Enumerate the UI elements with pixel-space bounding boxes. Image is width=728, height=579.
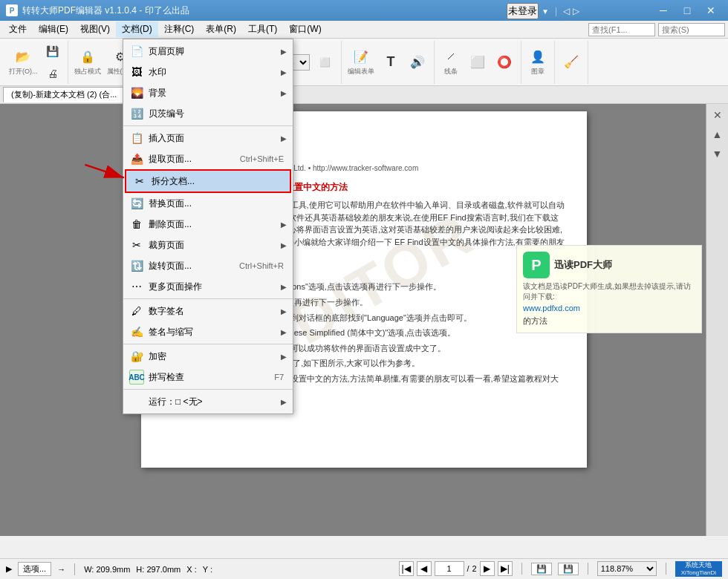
run-icon <box>129 394 144 409</box>
menu-document[interactable]: 文档(D) <box>116 22 158 37</box>
page-navigation: |◀ ◀ / 2 ▶ ▶| <box>399 561 513 576</box>
status-x: X : <box>186 565 196 574</box>
menu-item-bates[interactable]: 🔢 贝茨编号 <box>123 103 293 124</box>
info-description: 该文档是迅读PDF大师生成,如果想去掉该提示,请访问并下载: <box>523 281 695 302</box>
menu-file[interactable]: 文件 <box>3 22 33 37</box>
menu-edit[interactable]: 编辑(E) <box>33 22 74 37</box>
status-zoom-select[interactable]: 118.87% <box>597 561 657 576</box>
login-button[interactable]: 未登录 <box>507 3 539 19</box>
status-height: H: 297.0mm <box>136 565 181 574</box>
close-button[interactable]: ✕ <box>700 3 722 18</box>
toolbar-oval-btn[interactable]: ⭕ <box>491 52 518 73</box>
status-options-button[interactable]: 选项... <box>18 562 51 576</box>
menu-item-run[interactable]: 运行：□ <无> <box>123 391 293 412</box>
toolbar-exclusive-mode-btn[interactable]: 🔒 独占模式 <box>71 46 104 78</box>
status-sep2 <box>521 563 522 575</box>
status-sep3 <box>588 563 588 575</box>
toolbar-open-btn[interactable]: 📂 打开(O)... <box>6 46 41 78</box>
panel-scroll-up-btn[interactable]: ▲ <box>709 126 726 143</box>
replace-page-label: 替换页面... <box>149 197 284 210</box>
oval-icon: ⭕ <box>495 53 513 71</box>
watermark-logo[interactable]: 系统天地 XiTongTianDi <box>675 561 722 576</box>
lock-icon: 🔒 <box>79 48 97 65</box>
extract-page-label: 提取页面... <box>149 153 228 166</box>
menu-item-delete-page[interactable]: 🗑 删除页面... <box>123 214 293 235</box>
minimize-button[interactable]: ─ <box>652 3 675 18</box>
menu-item-header-footer[interactable]: 📄 页眉页脚 <box>123 41 293 62</box>
menu-item-sign-seal[interactable]: ✍ 签名与缩写 <box>123 321 293 342</box>
panel-close-btn[interactable]: ✕ <box>709 107 726 123</box>
menu-item-more-page-ops[interactable]: ⋯ 更多页面操作 <box>123 276 293 297</box>
insert-page-icon: 📋 <box>129 131 144 145</box>
zoom-fit-icon: ⬜ <box>316 53 334 71</box>
toolbar-line-btn[interactable]: ⟋ 线条 <box>438 46 464 78</box>
menu-tools[interactable]: 工具(T) <box>242 22 283 37</box>
menu-item-encrypt[interactable]: 🔐 加密 <box>123 346 293 367</box>
status-right: |◀ ◀ / 2 ▶ ▶| 💾 💾 118.87% 系统天地 XiTongTia… <box>399 561 722 576</box>
sign-seal-label: 签名与缩写 <box>149 326 284 338</box>
menu-item-extract-page[interactable]: 📤 提取页面... Ctrl+Shift+E <box>123 148 293 169</box>
toolbar-zoom-fit-btn[interactable]: ⬜ <box>311 52 338 73</box>
title-bar: P 转转大师PDF编辑器 v1.1.0.4 - 印了么出品 未登录 ▼ | ◁ … <box>0 0 728 21</box>
menu-item-crop-page[interactable]: ✂ 裁剪页面 <box>123 235 293 255</box>
status-save2-btn[interactable]: 💾 <box>558 563 579 575</box>
editform-label: 编辑表单 <box>348 67 374 76</box>
tab-document[interactable]: (复制)-新建文本文档 (2) (合... <box>3 87 125 102</box>
menu-item-rotate-page[interactable]: 🔃 旋转页面... Ctrl+Shift+R <box>123 255 293 276</box>
menu-view[interactable]: 视图(V) <box>74 22 116 37</box>
page-total: 2 <box>472 564 477 573</box>
menu-annotate[interactable]: 注释(C) <box>158 22 201 37</box>
toolbar-save-btn[interactable]: 💾 <box>41 41 65 62</box>
watermark-label: 水印 <box>149 66 284 79</box>
rotate-page-shortcut: Ctrl+Shift+R <box>239 261 284 270</box>
toolbar-erase-btn[interactable]: 🧹 <box>558 52 585 73</box>
toolbar-user-btn[interactable]: 👤 图章 <box>524 46 551 78</box>
run-label: 运行：□ <无> <box>149 396 284 408</box>
app-name-label: 迅读PDF大师 <box>554 258 612 272</box>
app-logo: P 迅读PDF大师 <box>523 252 695 278</box>
header-footer-icon: 📄 <box>129 44 144 59</box>
menu-item-insert-page[interactable]: 📋 插入页面 <box>123 128 293 148</box>
print-icon: 🖨 <box>44 65 62 82</box>
watermark-site2-label: XiTongTianDi <box>681 569 716 577</box>
nav-icon2[interactable]: ▷ <box>573 6 579 16</box>
more-ops-icon: ⋯ <box>129 279 144 294</box>
menu-bar: 文件 编辑(E) 视图(V) 文档(D) 注释(C) 表单(R) 工具(T) 窗… <box>0 21 728 39</box>
page-next-btn[interactable]: ▶ <box>480 561 495 576</box>
toolbar-group-draw: ⟋ 线条 ⬜ ⭕ <box>435 41 521 84</box>
menu-search2-input[interactable] <box>658 23 725 36</box>
folder-open-icon: 📂 <box>14 48 32 65</box>
toolbar-rect-btn[interactable]: ⬜ <box>464 52 491 73</box>
spell-check-shortcut: F7 <box>274 373 284 382</box>
menu-item-spell-check[interactable]: ABC 拼写检查 F7 <box>123 367 293 387</box>
toolbar-print-btn[interactable]: 🖨 <box>41 63 65 84</box>
app-title: 转转大师PDF编辑器 v1.1.0.4 - 印了么出品 <box>22 4 189 17</box>
menu-item-replace-page[interactable]: 🔄 替换页面... <box>123 193 293 214</box>
menu-item-split-doc[interactable]: ✂ 拆分文档... <box>125 169 291 193</box>
toolbar-audio-btn[interactable]: 🔊 <box>404 52 431 73</box>
digital-sig-label: 数字签名 <box>149 305 284 318</box>
status-select-btn[interactable]: ▶ <box>6 564 12 574</box>
menu-form[interactable]: 表单(R) <box>200 22 242 37</box>
status-save-btn[interactable]: 💾 <box>531 563 552 575</box>
maximize-button[interactable]: □ <box>676 3 698 18</box>
page-last-btn[interactable]: ▶| <box>498 561 513 576</box>
nav-icon1[interactable]: ◁ <box>563 6 570 16</box>
menu-item-watermark[interactable]: 🖼 水印 <box>123 62 293 82</box>
rect-icon: ⬜ <box>469 53 487 71</box>
page-first-btn[interactable]: |◀ <box>399 561 414 576</box>
toolbar-editform-btn[interactable]: 📝 编辑表单 <box>345 46 377 78</box>
sep2 <box>123 298 293 299</box>
info-url[interactable]: www.pdfxd.com <box>523 302 695 315</box>
tab-bar: (复制)-新建文本文档 (2) (合... ✕ <box>0 86 728 104</box>
login-arrow[interactable]: ▼ <box>542 7 549 16</box>
menu-item-background[interactable]: 🌄 背景 <box>123 82 293 103</box>
audio-icon: 🔊 <box>409 53 426 71</box>
page-number-input[interactable] <box>435 561 464 576</box>
panel-scroll-down-btn[interactable]: ▼ <box>709 145 726 162</box>
menu-item-digital-sig[interactable]: 🖊 数字签名 <box>123 301 293 321</box>
page-prev-btn[interactable]: ◀ <box>417 561 432 576</box>
menu-window[interactable]: 窗口(W) <box>283 22 327 37</box>
toolbar-T-btn[interactable]: T <box>377 52 404 73</box>
menu-search-input[interactable] <box>588 23 655 36</box>
